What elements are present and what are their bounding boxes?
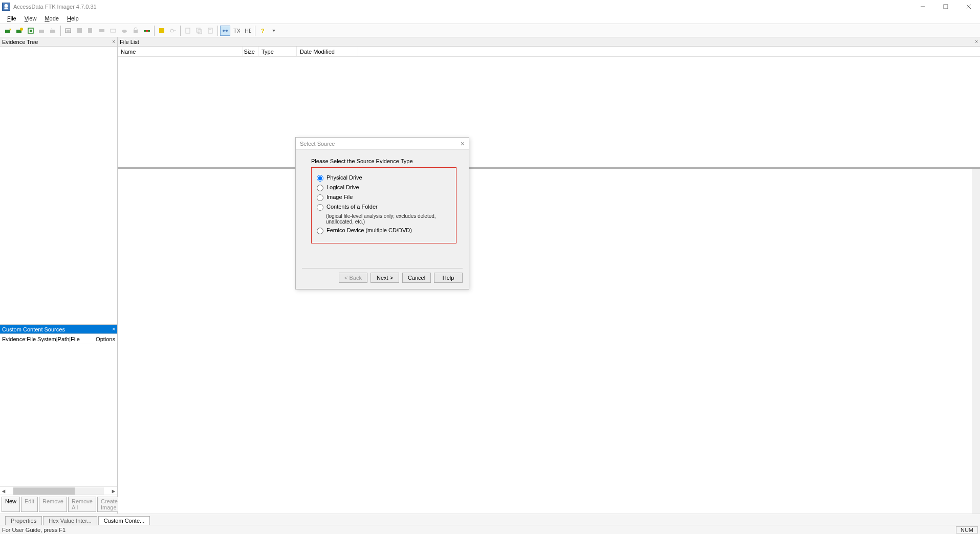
help-button[interactable]: Help (434, 273, 463, 283)
radio-logical-input[interactable] (317, 185, 323, 191)
radio-fernico[interactable]: Fernico Device (multiple CD/DVD) (317, 227, 451, 234)
dialog-instruction: Please Select the Source Evidence Type (311, 158, 456, 164)
dialog-close-icon[interactable]: × (461, 140, 465, 148)
radio-folder[interactable]: Contents of a Folder (317, 204, 451, 211)
dialog-backdrop: Select Source × Please Select the Source… (0, 0, 980, 534)
radio-folder-input[interactable] (317, 204, 323, 211)
source-type-group: Physical Drive Logical Drive Image File … (311, 167, 456, 243)
radio-image-input[interactable] (317, 194, 323, 201)
radio-folder-sublabel: (logical file-level analysis only; exclu… (326, 213, 451, 225)
radio-logical-label: Logical Drive (326, 184, 359, 190)
radio-folder-label: Contents of a Folder (326, 204, 378, 210)
radio-image-file[interactable]: Image File (317, 194, 451, 201)
dialog-separator (302, 268, 463, 269)
dialog-title: Select Source (300, 141, 335, 147)
radio-physical-drive[interactable]: Physical Drive (317, 174, 451, 182)
radio-fernico-input[interactable] (317, 228, 323, 234)
next-button[interactable]: Next > (371, 273, 399, 283)
cancel-button[interactable]: Cancel (402, 273, 431, 283)
radio-physical-input[interactable] (317, 175, 323, 182)
radio-image-label: Image File (326, 194, 353, 200)
radio-physical-label: Physical Drive (326, 174, 362, 181)
back-button[interactable]: < Back (339, 273, 367, 283)
radio-logical-drive[interactable]: Logical Drive (317, 184, 451, 191)
radio-fernico-label: Fernico Device (multiple CD/DVD) (326, 227, 412, 233)
dialog-titlebar[interactable]: Select Source × (296, 138, 469, 150)
select-source-dialog: Select Source × Please Select the Source… (295, 137, 469, 290)
